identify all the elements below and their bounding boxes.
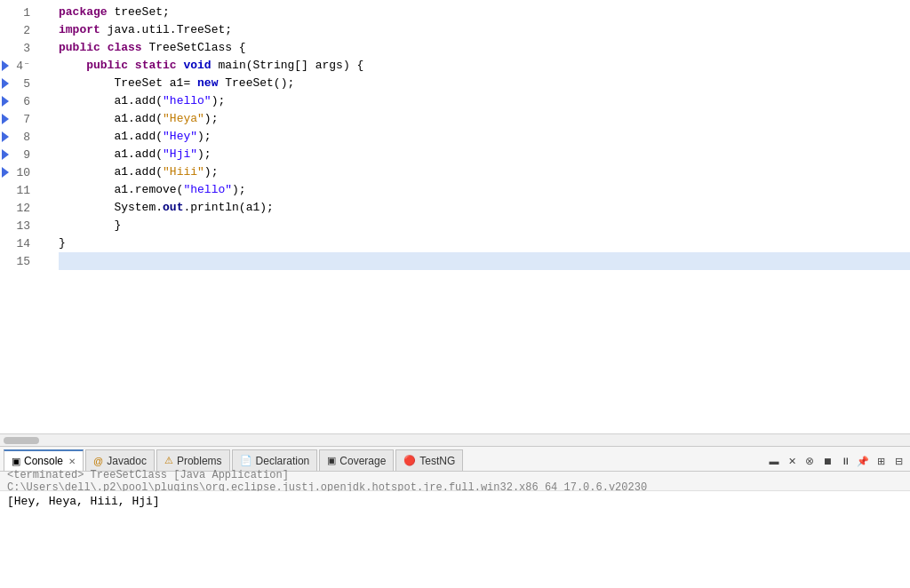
tab-console[interactable]: ▣ Console ✕ bbox=[4, 449, 84, 471]
token: ); bbox=[197, 128, 212, 146]
line-number-12: 12 bbox=[12, 202, 34, 215]
bookmark-icon-10 bbox=[0, 163, 12, 181]
console-tab-icon: ▣ bbox=[12, 456, 20, 467]
token: a1.add( bbox=[59, 146, 163, 163]
bookmark-icon-3 bbox=[0, 39, 12, 57]
code-lines[interactable]: package treeSet;import java.util.TreeSet… bbox=[55, 4, 910, 433]
console-output: [Hey, Heya, Hiii, Hji] bbox=[0, 491, 910, 588]
code-line-15[interactable] bbox=[59, 252, 910, 270]
token: public bbox=[59, 39, 100, 57]
token: a1.remove( bbox=[59, 181, 183, 199]
token: void bbox=[183, 57, 211, 75]
token: System. bbox=[59, 199, 163, 217]
token bbox=[177, 57, 184, 75]
console-tab-label: Console bbox=[24, 455, 63, 467]
line-number-6: 6 bbox=[12, 95, 34, 108]
token: TreeSetClass { bbox=[142, 39, 246, 57]
line-number-15: 15 bbox=[12, 255, 34, 268]
testng-tab-icon: 🔴 bbox=[403, 455, 416, 466]
code-line-3[interactable]: public class TreeSetClass { bbox=[59, 39, 910, 57]
code-line-13[interactable]: } bbox=[59, 217, 910, 234]
bookmark-icon-11 bbox=[0, 181, 12, 199]
bookmark-icon-14 bbox=[0, 234, 12, 252]
bookmark-icon-8 bbox=[0, 128, 12, 146]
line-number-9: 9 bbox=[12, 148, 34, 162]
code-line-9[interactable]: a1.add("Hji"); bbox=[59, 146, 910, 163]
code-line-5[interactable]: TreeSet a1= new TreeSet(); bbox=[59, 75, 910, 92]
tab-javadoc[interactable]: @ Javadoc bbox=[85, 449, 155, 471]
line-meta-6: 6 bbox=[0, 92, 55, 110]
tab-coverage[interactable]: ▣ Coverage bbox=[319, 449, 394, 471]
token bbox=[59, 57, 86, 75]
code-line-2[interactable]: import java.util.TreeSet; bbox=[59, 21, 910, 39]
line-number-2: 2 bbox=[12, 24, 34, 37]
bookmark-icon-7 bbox=[0, 110, 12, 128]
console-terminated-text: <terminated> TreeSetClass [Java Applicat… bbox=[7, 469, 903, 494]
token: public bbox=[86, 57, 128, 75]
console-action-4[interactable]: ⊟ bbox=[890, 453, 906, 469]
problems-tab-icon: ⚠ bbox=[164, 455, 173, 466]
token: "Hey" bbox=[163, 128, 197, 146]
line-number-8: 8 bbox=[12, 131, 34, 144]
code-line-8[interactable]: a1.add("Hey"); bbox=[59, 128, 910, 146]
console-pin-button[interactable]: 📌 bbox=[855, 453, 871, 469]
code-line-11[interactable]: a1.remove("hello"); bbox=[59, 181, 910, 199]
token: class bbox=[108, 39, 142, 57]
console-action-2[interactable]: ⏸ bbox=[837, 453, 853, 469]
line-meta-3: 3 bbox=[0, 39, 55, 57]
tab-testng[interactable]: 🔴 TestNG bbox=[395, 449, 463, 471]
coverage-tab-label: Coverage bbox=[339, 455, 386, 467]
token: "Hiii" bbox=[163, 163, 204, 181]
token: ); bbox=[197, 146, 212, 163]
line-gutter: 1234⁻56789101112131415 bbox=[0, 4, 55, 433]
clear-console-button[interactable]: ⊗ bbox=[802, 453, 818, 469]
token: ); bbox=[212, 92, 226, 110]
token: a1.add( bbox=[59, 163, 163, 181]
line-number-3: 3 bbox=[12, 42, 34, 55]
scrollbar-thumb[interactable] bbox=[4, 437, 39, 444]
declaration-tab-icon: 📄 bbox=[240, 455, 252, 466]
line-meta-15: 15 bbox=[0, 252, 55, 270]
console-action-1[interactable]: ⏹ bbox=[819, 453, 835, 469]
code-line-6[interactable]: a1.add("hello"); bbox=[59, 92, 910, 110]
problems-tab-label: Problems bbox=[177, 455, 222, 467]
code-line-12[interactable]: System.out.println(a1); bbox=[59, 199, 910, 217]
token bbox=[100, 39, 108, 57]
tab-declaration[interactable]: 📄 Declaration bbox=[232, 449, 318, 471]
bookmark-icon-12 bbox=[0, 199, 12, 217]
line-number-4: 4⁻ bbox=[12, 59, 34, 73]
token: treeSet; bbox=[108, 4, 170, 21]
horizontal-scrollbar[interactable] bbox=[0, 433, 910, 446]
tab-problems[interactable]: ⚠ Problems bbox=[156, 449, 230, 471]
bookmark-icon-5 bbox=[0, 75, 12, 92]
javadoc-tab-icon: @ bbox=[93, 456, 103, 466]
code-line-4[interactable]: public static void main(String[] args) { bbox=[59, 57, 910, 75]
bookmark-icon-9 bbox=[0, 146, 12, 163]
line-number-7: 7 bbox=[12, 113, 34, 126]
line-meta-13: 13 bbox=[0, 217, 55, 234]
line-meta-8: 8 bbox=[0, 128, 55, 146]
bookmark-icon-6 bbox=[0, 92, 12, 110]
close-panel-button[interactable]: ✕ bbox=[784, 453, 800, 469]
bottom-panel: ▣ Console ✕ @ Javadoc ⚠ Problems 📄 Decla… bbox=[0, 446, 910, 588]
minimize-button[interactable]: ▬ bbox=[766, 453, 782, 469]
line-meta-9: 9 bbox=[0, 146, 55, 163]
code-line-10[interactable]: a1.add("Hiii"); bbox=[59, 163, 910, 181]
code-line-14[interactable]: } bbox=[59, 234, 910, 252]
bookmark-icon-1 bbox=[0, 4, 12, 21]
testng-tab-label: TestNG bbox=[419, 455, 455, 467]
token: .println(a1); bbox=[183, 199, 273, 217]
declaration-tab-label: Declaration bbox=[256, 455, 310, 467]
code-line-1[interactable]: package treeSet; bbox=[59, 4, 910, 21]
line-meta-7: 7 bbox=[0, 110, 55, 128]
console-tab-close[interactable]: ✕ bbox=[68, 457, 76, 466]
token: ); bbox=[204, 163, 219, 181]
token: ); bbox=[232, 181, 246, 199]
console-action-3[interactable]: ⊞ bbox=[873, 453, 889, 469]
token: java.util.TreeSet; bbox=[100, 21, 232, 39]
line-number-14: 14 bbox=[12, 237, 34, 250]
token: a1.add( bbox=[59, 128, 163, 146]
line-meta-5: 5 bbox=[0, 75, 55, 92]
code-line-7[interactable]: a1.add("Heya"); bbox=[59, 110, 910, 128]
token: ); bbox=[204, 110, 219, 128]
